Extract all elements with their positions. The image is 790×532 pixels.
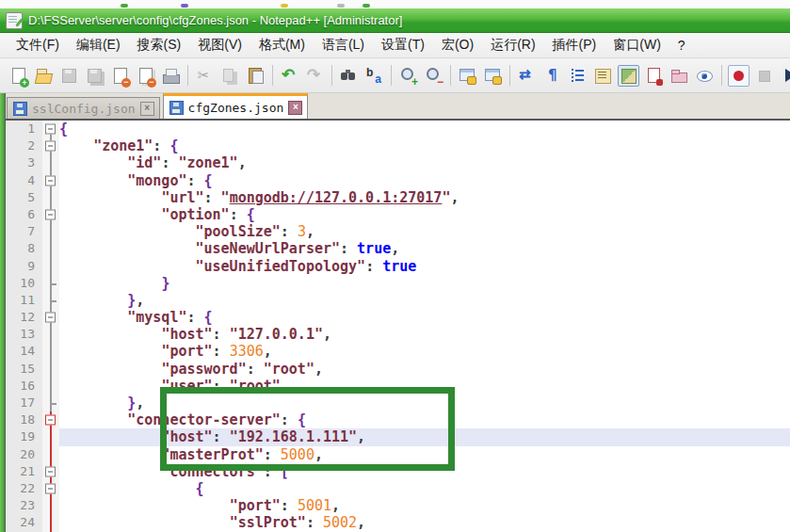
menu-item-run[interactable]: 运行(R) (482, 34, 543, 56)
line-number[interactable]: 13 (6, 326, 42, 343)
menu-item-macro[interactable]: 宏(O) (433, 34, 482, 56)
code-editor[interactable]: 1{2 "zone1": {3 "id": "zone1",4 "mongo":… (0, 121, 790, 532)
code-text[interactable]: "port": 3306, (59, 343, 790, 360)
line-number[interactable]: 9 (6, 258, 42, 275)
line-number[interactable]: 16 (6, 378, 42, 395)
line-number[interactable]: 18 (6, 411, 42, 428)
code-text[interactable]: "host": "127.0.0.1", (59, 326, 790, 343)
macro-play-icon[interactable] (779, 65, 790, 87)
code-text[interactable]: "port": 5001, (59, 497, 790, 514)
line-number[interactable]: 6 (6, 206, 42, 223)
line-number[interactable]: 22 (6, 480, 42, 497)
find-icon[interactable] (338, 65, 360, 87)
menu-item-file[interactable]: 文件(F) (8, 34, 68, 56)
menu-item-search[interactable]: 搜索(S) (129, 34, 190, 56)
line-number[interactable]: 10 (6, 275, 42, 292)
code-text[interactable]: "sslProt": 5002, (59, 514, 790, 531)
zoom-out-icon[interactable] (423, 65, 444, 87)
fold-margin[interactable] (42, 172, 59, 189)
code-text[interactable]: { (59, 121, 790, 137)
code-text[interactable]: "mysql": { (59, 309, 790, 326)
fold-collapse-box[interactable] (45, 141, 56, 152)
line-number[interactable]: 15 (6, 361, 42, 378)
menu-item-window[interactable]: 窗口(W) (605, 34, 669, 56)
document-switcher-icon[interactable] (643, 65, 665, 87)
code-text[interactable]: "url": "mongodb://127.0.0.1:27017", (59, 189, 790, 206)
fold-collapse-box[interactable] (45, 466, 56, 476)
line-number[interactable]: 1 (6, 121, 42, 137)
menu-item-view[interactable]: 视图(V) (189, 34, 250, 56)
undo-icon[interactable] (279, 65, 300, 87)
code-text[interactable]: } (59, 275, 790, 292)
tab-close-icon[interactable]: × (288, 101, 302, 115)
menu-item-edit[interactable]: 编辑(E) (68, 34, 129, 56)
fold-collapse-box[interactable] (45, 175, 56, 185)
tab-cfgzones-json[interactable]: cfgZones.json× (163, 93, 309, 119)
code-text[interactable]: "id": "zone1", (59, 154, 790, 171)
word-wrap-icon[interactable] (516, 65, 538, 87)
document-map-icon[interactable] (618, 65, 639, 87)
line-number[interactable]: 19 (6, 428, 42, 445)
code-text[interactable]: "connector-server": { (59, 411, 790, 428)
code-text[interactable]: "password": "root", (59, 361, 790, 378)
paste-icon[interactable] (245, 65, 266, 87)
code-text[interactable]: "poolSize": 3, (59, 223, 790, 240)
open-file-icon[interactable] (33, 65, 55, 87)
line-number[interactable]: 4 (6, 172, 42, 189)
code-text[interactable]: "masterProt": 5000, (59, 446, 790, 463)
code-text[interactable]: "user": "root" (59, 378, 790, 395)
line-number[interactable]: 24 (6, 514, 42, 531)
zoom-in-icon[interactable] (397, 65, 419, 87)
fold-margin[interactable] (42, 411, 59, 428)
fold-margin[interactable] (42, 137, 59, 154)
line-number[interactable]: 14 (6, 343, 42, 360)
code-text[interactable]: "useUnifiedTopology": true (59, 258, 790, 275)
menu-item-plugins[interactable]: 插件(P) (544, 34, 605, 56)
folder-as-workspace-icon[interactable] (669, 65, 690, 87)
function-list-icon[interactable] (592, 65, 614, 87)
fold-margin[interactable] (42, 206, 59, 223)
fold-margin[interactable] (42, 121, 59, 137)
line-number[interactable]: 21 (6, 463, 42, 480)
code-text[interactable]: "option": { (59, 206, 790, 223)
close-all-icon[interactable] (135, 65, 156, 87)
line-number[interactable]: 2 (6, 137, 42, 154)
code-text[interactable]: "zone1": { (59, 137, 790, 154)
print-icon[interactable] (160, 65, 182, 87)
line-number[interactable]: 12 (6, 309, 42, 326)
line-number[interactable]: 23 (6, 497, 42, 514)
sync-scroll-horizontal-icon[interactable] (482, 65, 504, 87)
sync-scroll-vertical-icon[interactable] (457, 65, 478, 87)
show-all-characters-icon[interactable] (541, 65, 563, 87)
fold-margin[interactable] (42, 463, 59, 480)
line-number[interactable]: 8 (6, 240, 42, 257)
line-number[interactable]: 11 (6, 292, 42, 309)
code-text[interactable]: "connectors": [ (59, 463, 790, 480)
menu-item-help[interactable]: ? (669, 35, 694, 56)
fold-collapse-box[interactable] (45, 210, 56, 220)
code-text[interactable]: { (59, 480, 790, 497)
fold-collapse-box[interactable] (45, 124, 56, 135)
line-number[interactable]: 5 (6, 189, 42, 206)
fold-collapse-box[interactable] (45, 484, 56, 494)
tab-sslconfig-json[interactable]: sslConfig.json× (7, 97, 160, 119)
code-text[interactable]: }, (59, 292, 790, 309)
close-icon[interactable] (109, 65, 131, 87)
fold-collapse-box[interactable] (45, 415, 56, 426)
line-number[interactable]: 3 (6, 154, 42, 171)
new-file-icon[interactable] (8, 65, 29, 87)
fold-margin[interactable] (42, 309, 59, 326)
caret-line[interactable]: "host": "192.168.1.111", (59, 428, 790, 445)
replace-icon[interactable] (363, 65, 385, 87)
fold-margin[interactable] (42, 480, 59, 497)
monitoring-icon[interactable] (694, 65, 716, 87)
code-text[interactable]: "mongo": { (59, 172, 790, 189)
tab-close-icon[interactable]: × (140, 102, 154, 116)
line-number[interactable]: 7 (6, 223, 42, 240)
macro-record-icon[interactable] (728, 65, 750, 87)
code-text[interactable]: }, (59, 395, 790, 411)
menu-item-language[interactable]: 语言(L) (314, 34, 373, 56)
line-number[interactable]: 17 (6, 395, 42, 411)
menu-item-settings[interactable]: 设置(T) (373, 34, 433, 56)
code-text[interactable]: "useNewUrlParser": true, (59, 240, 790, 257)
